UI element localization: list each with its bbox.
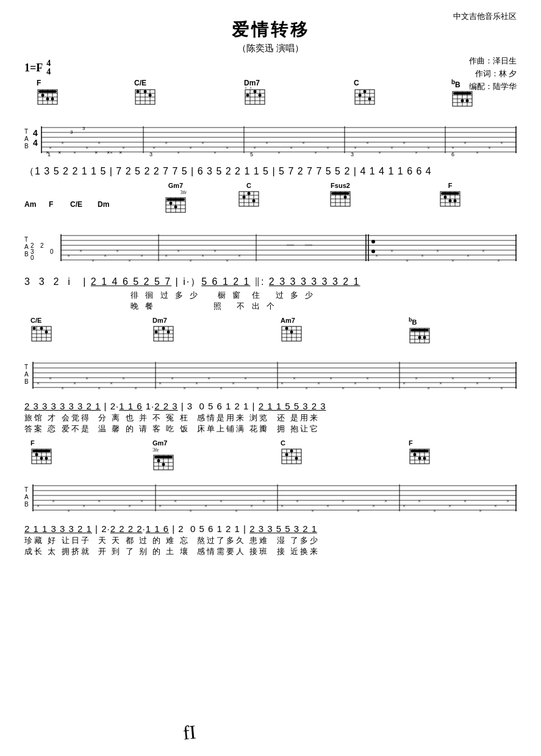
main-title: 爱情转移 [24,18,517,41]
svg-text:4: 4 [33,138,38,148]
chord-CE-1: C/E [134,79,156,109]
svg-text:×: × [37,503,40,509]
svg-text:×: × [256,385,259,391]
svg-text:B: B [24,501,29,508]
svg-point-332 [423,457,426,460]
svg-text:B: B [24,251,29,257]
svg-text:×: × [366,375,369,381]
tab-staff-row4: T A B × × × × × × × × × × × × [24,481,517,519]
tab-staff-row1: T A B 4 4 × × 3 3 × × [24,123,517,160]
svg-text:×: × [159,380,162,386]
svg-text:×: × [201,140,204,146]
svg-text:×: × [448,503,451,509]
svg-text:×: × [265,140,268,146]
notation-line-1: （1 3 5 2 2 1 1 5 | 7 2 5 2 2 7 7 5 | 6 3… [24,165,517,178]
svg-point-321 [295,457,298,460]
svg-text:×: × [403,503,406,509]
svg-text:×: × [467,253,470,259]
svg-point-229 [285,327,288,330]
svg-text:2: 2 [40,242,44,249]
svg-text:×: × [220,385,223,391]
svg-point-219 [162,327,165,330]
svg-text:×: × [296,498,299,504]
svg-text:×: × [375,253,378,259]
svg-text:×: × [482,248,485,254]
svg-text:×: × [189,508,192,514]
svg-text:×: × [488,145,491,151]
svg-text:×: × [311,508,314,514]
svg-point-18 [137,90,140,93]
svg-text:×: × [207,375,210,381]
svg-text:×: × [95,149,98,156]
svg-text:×: × [110,149,113,156]
svg-point-211 [45,331,48,334]
svg-text:×: × [384,498,387,504]
section-3-chords: C/E Dm7 [24,317,517,358]
chord-C-4: C [281,439,303,469]
svg-text:A: A [24,494,29,500]
svg-text:×: × [122,145,125,151]
chord-Dm7-3: Dm7 [152,317,174,346]
svg-text:×: × [464,498,467,504]
svg-point-230 [290,331,293,334]
chord-diagrams-row1: F C/E [24,79,517,121]
svg-point-42 [368,98,371,101]
svg-text:×: × [226,145,229,151]
svg-text:3: 3 [149,151,152,157]
svg-text:×: × [110,380,113,386]
svg-text:×: × [451,145,454,151]
svg-text:×: × [122,375,125,381]
section-1-chords: F C/E [24,79,517,121]
svg-text:×: × [235,508,238,514]
svg-text:4: 4 [33,128,38,138]
svg-text:0: 0 [30,254,34,261]
svg-text:×: × [317,380,320,386]
svg-text:×: × [189,257,192,264]
svg-point-9 [46,98,49,101]
svg-text:×: × [415,149,418,156]
svg-text:×: × [253,145,256,151]
svg-text:×: × [189,145,192,151]
svg-text:×: × [421,253,424,259]
svg-text:T: T [24,128,28,135]
svg-text:T: T [24,364,28,370]
svg-point-8 [41,94,45,97]
chord-Gm7-2: Gm7 3fr [165,182,187,217]
svg-text:—: — [304,240,313,248]
svg-text:×: × [67,253,70,259]
svg-text:×: × [49,145,52,151]
svg-text:×: × [293,375,296,381]
chord-F-1: F [37,79,59,109]
site-label: 中文吉他音乐社区 [453,11,517,22]
svg-text:×: × [98,140,101,146]
svg-text:×: × [451,257,454,264]
svg-text:×: × [290,145,293,151]
svg-text:1: 1 [48,151,51,157]
svg-rect-151 [441,192,459,195]
notation-block-2: 3 3 2 i | 2 1 4 6 5 2 5 7 | i·）5 6 1 2 1… [24,276,517,312]
svg-text:×: × [329,375,332,381]
svg-text:B: B [24,378,29,385]
svg-text:×: × [244,375,247,381]
svg-point-124 [174,206,177,209]
svg-text:×: × [403,380,406,386]
svg-text:T: T [24,236,28,243]
svg-text:A: A [24,243,29,250]
svg-text:×: × [140,253,143,259]
svg-text:×: × [98,385,101,391]
svg-text:×: × [79,248,82,254]
chord-Gm7-4: Gm7 3fr [152,439,174,475]
svg-text:×: × [213,248,217,254]
svg-text:×: × [305,385,308,391]
svg-point-209 [33,327,36,330]
svg-text:×: × [378,149,381,156]
svg-text:×: × [104,253,107,259]
svg-rect-238 [410,329,429,331]
notation-block-3: 2 3 3 3 3 3 3 2 1 | 2·1 1 6 1·2 2 3 | 3 … [24,401,517,434]
svg-text:×: × [165,253,168,259]
svg-text:×: × [354,380,357,386]
svg-point-10 [51,98,54,101]
svg-point-52 [466,99,469,103]
svg-text:×: × [314,149,317,156]
svg-text:×: × [128,503,131,509]
